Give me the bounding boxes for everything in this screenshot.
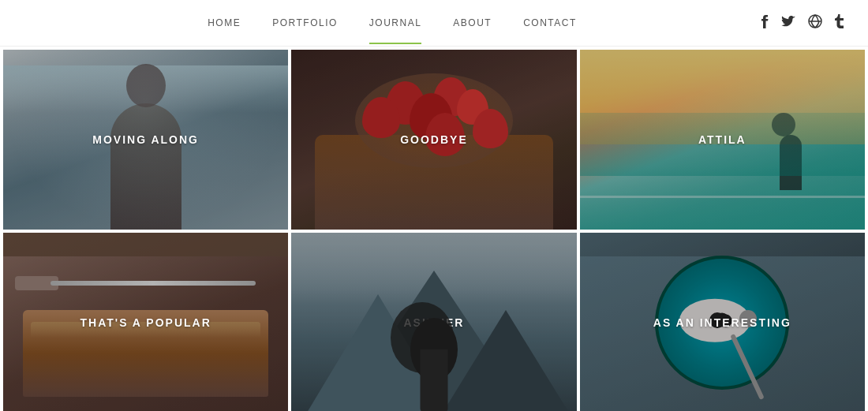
- nav-item-portfolio[interactable]: PORTFOLIO: [272, 17, 338, 28]
- grid-container: MOVING ALONG GOODBYE ATTILA THAT'S A POP…: [0, 47, 868, 411]
- dribbble-icon[interactable]: [808, 14, 822, 32]
- nav-item-contact[interactable]: CONTACT: [523, 17, 577, 28]
- grid-item-label-moving-along: MOVING ALONG: [92, 133, 199, 146]
- nav-item-journal[interactable]: JOURNAL: [369, 17, 422, 28]
- grid-item-label-thats-popular: THAT'S A POPULAR: [80, 316, 211, 329]
- grid-item-thats-popular[interactable]: THAT'S A POPULAR: [3, 233, 288, 411]
- nav-item-home[interactable]: HOME: [208, 17, 241, 28]
- main-nav: HOMEPORTFOLIOJOURNALABOUTCONTACT: [208, 17, 577, 28]
- grid-item-label-attila: ATTILA: [698, 133, 746, 146]
- grid-item-goodbye[interactable]: GOODBYE: [291, 50, 576, 230]
- grid-item-moving-along[interactable]: MOVING ALONG: [3, 50, 288, 230]
- social-links: [761, 14, 844, 32]
- grid-item-as-an-interesting[interactable]: AS AN INTERESTING: [580, 233, 865, 411]
- grid-item-ask-her[interactable]: ASK HER: [291, 233, 576, 411]
- grid-item-label-as-an-interesting: AS AN INTERESTING: [653, 316, 791, 329]
- grid-item-label-goodbye: GOODBYE: [400, 133, 468, 146]
- tumblr-icon[interactable]: [835, 14, 844, 32]
- journal-grid: MOVING ALONG GOODBYE ATTILA THAT'S A POP…: [0, 47, 868, 411]
- twitter-icon[interactable]: [781, 16, 795, 31]
- site-header: HOMEPORTFOLIOJOURNALABOUTCONTACT: [0, 0, 868, 47]
- facebook-icon[interactable]: [761, 14, 769, 32]
- grid-item-attila[interactable]: ATTILA: [580, 50, 865, 230]
- nav-item-about[interactable]: ABOUT: [453, 17, 492, 28]
